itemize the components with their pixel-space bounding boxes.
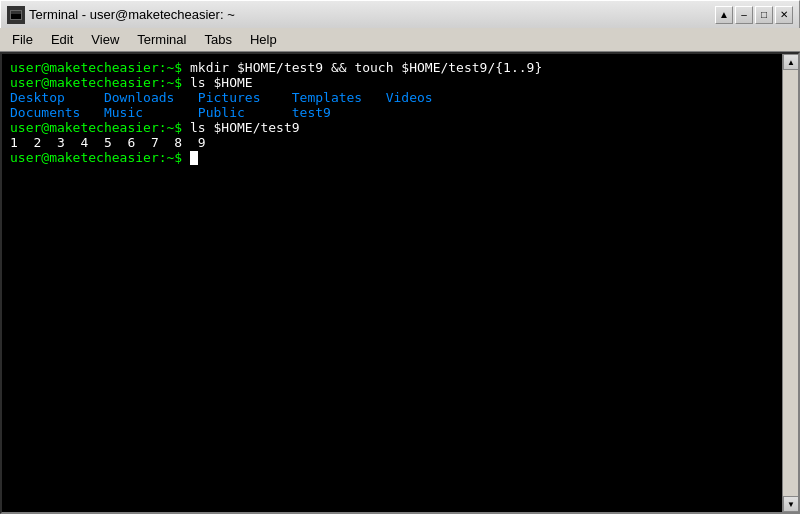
menu-tabs[interactable]: Tabs [196,30,239,49]
close-button[interactable]: ✕ [775,6,793,24]
menu-view[interactable]: View [83,30,127,49]
terminal-output: user@maketecheasier:~$ mkdir $HOME/test9… [10,60,774,165]
scroll-up-button[interactable]: ▲ [715,6,733,24]
title-bar: Terminal - user@maketecheasier: ~ ▲ – □ … [0,0,800,28]
menu-help[interactable]: Help [242,30,285,49]
terminal-content[interactable]: user@maketecheasier:~$ mkdir $HOME/test9… [2,54,782,512]
menu-bar: File Edit View Terminal Tabs Help [0,28,800,52]
scroll-track [783,70,798,496]
menu-file[interactable]: File [4,30,41,49]
scrollbar: ▲ ▼ [782,54,798,512]
scroll-down-btn[interactable]: ▼ [783,496,799,512]
window-icon [7,6,25,24]
minimize-button[interactable]: – [735,6,753,24]
menu-edit[interactable]: Edit [43,30,81,49]
menu-terminal[interactable]: Terminal [129,30,194,49]
cursor-block [190,151,198,165]
maximize-button[interactable]: □ [755,6,773,24]
window-title: Terminal - user@maketecheasier: ~ [29,7,235,22]
scroll-up-btn[interactable]: ▲ [783,54,799,70]
